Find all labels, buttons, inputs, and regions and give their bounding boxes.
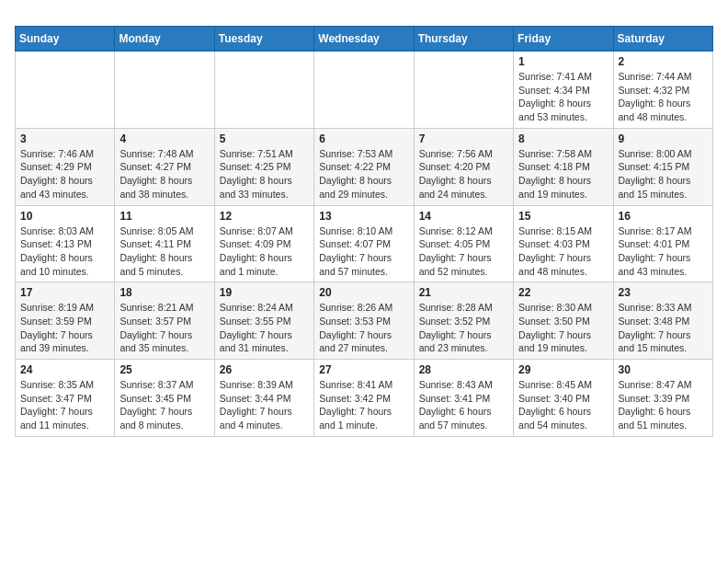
weekday-header-thursday: Thursday <box>414 27 513 52</box>
calendar-day-18: 18Sunrise: 8:21 AM Sunset: 3:57 PM Dayli… <box>115 282 214 360</box>
day-number: 3 <box>20 132 109 145</box>
day-info: Sunrise: 8:24 AM Sunset: 3:55 PM Dayligh… <box>220 301 309 355</box>
day-number: 25 <box>119 363 209 376</box>
calendar-header-row: SundayMondayTuesdayWednesdayThursdayFrid… <box>16 27 713 52</box>
calendar-week-5: 24Sunrise: 8:35 AM Sunset: 3:47 PM Dayli… <box>16 360 713 437</box>
day-info: Sunrise: 8:07 AM Sunset: 4:09 PM Dayligh… <box>220 224 309 279</box>
day-number: 17 <box>20 286 109 299</box>
day-number: 15 <box>518 210 608 223</box>
calendar-day-25: 25Sunrise: 8:37 AM Sunset: 3:45 PM Dayli… <box>115 360 214 437</box>
day-number: 21 <box>419 286 508 299</box>
day-info: Sunrise: 8:39 AM Sunset: 3:44 PM Dayligh… <box>220 378 309 432</box>
day-number: 28 <box>419 363 508 376</box>
day-info: Sunrise: 8:28 AM Sunset: 3:52 PM Dayligh… <box>419 301 508 355</box>
day-info: Sunrise: 7:44 AM Sunset: 4:32 PM Dayligh… <box>619 70 708 124</box>
day-info: Sunrise: 8:17 AM Sunset: 4:01 PM Dayligh… <box>619 224 708 279</box>
calendar-day-24: 24Sunrise: 8:35 AM Sunset: 3:47 PM Dayli… <box>16 360 115 437</box>
day-info: Sunrise: 8:47 AM Sunset: 3:39 PM Dayligh… <box>619 378 708 432</box>
calendar-empty-cell <box>16 52 115 129</box>
calendar-day-8: 8Sunrise: 7:58 AM Sunset: 4:18 PM Daylig… <box>514 128 613 205</box>
calendar-day-23: 23Sunrise: 8:33 AM Sunset: 3:48 PM Dayli… <box>613 282 712 360</box>
day-info: Sunrise: 8:10 AM Sunset: 4:07 PM Dayligh… <box>319 224 408 279</box>
calendar-empty-cell <box>115 52 214 129</box>
day-info: Sunrise: 8:41 AM Sunset: 3:42 PM Dayligh… <box>319 378 408 432</box>
calendar-day-28: 28Sunrise: 8:43 AM Sunset: 3:41 PM Dayli… <box>414 360 513 437</box>
weekday-header-saturday: Saturday <box>613 27 712 52</box>
day-number: 6 <box>319 132 408 145</box>
day-info: Sunrise: 8:19 AM Sunset: 3:59 PM Dayligh… <box>20 301 109 355</box>
day-info: Sunrise: 8:05 AM Sunset: 4:11 PM Dayligh… <box>119 224 209 279</box>
day-info: Sunrise: 7:41 AM Sunset: 4:34 PM Dayligh… <box>518 70 608 124</box>
calendar-day-30: 30Sunrise: 8:47 AM Sunset: 3:39 PM Dayli… <box>613 360 712 437</box>
calendar-day-13: 13Sunrise: 8:10 AM Sunset: 4:07 PM Dayli… <box>314 205 414 282</box>
day-number: 8 <box>518 132 608 145</box>
day-info: Sunrise: 8:35 AM Sunset: 3:47 PM Dayligh… <box>20 378 109 432</box>
calendar-week-3: 10Sunrise: 8:03 AM Sunset: 4:13 PM Dayli… <box>16 205 713 282</box>
day-number: 18 <box>119 286 209 299</box>
calendar-empty-cell <box>314 52 414 129</box>
day-number: 5 <box>220 132 309 145</box>
calendar-day-27: 27Sunrise: 8:41 AM Sunset: 3:42 PM Dayli… <box>314 360 414 437</box>
calendar-day-5: 5Sunrise: 7:51 AM Sunset: 4:25 PM Daylig… <box>214 128 313 205</box>
day-number: 11 <box>119 210 209 223</box>
calendar-week-4: 17Sunrise: 8:19 AM Sunset: 3:59 PM Dayli… <box>16 282 713 360</box>
calendar-table: SundayMondayTuesdayWednesdayThursdayFrid… <box>15 26 713 437</box>
calendar-day-22: 22Sunrise: 8:30 AM Sunset: 3:50 PM Dayli… <box>514 282 613 360</box>
day-info: Sunrise: 8:26 AM Sunset: 3:53 PM Dayligh… <box>319 301 408 355</box>
weekday-header-friday: Friday <box>514 27 613 52</box>
day-info: Sunrise: 8:03 AM Sunset: 4:13 PM Dayligh… <box>20 224 109 279</box>
calendar-day-20: 20Sunrise: 8:26 AM Sunset: 3:53 PM Dayli… <box>314 282 414 360</box>
day-info: Sunrise: 7:48 AM Sunset: 4:27 PM Dayligh… <box>119 147 209 201</box>
calendar-day-26: 26Sunrise: 8:39 AM Sunset: 3:44 PM Dayli… <box>214 360 313 437</box>
day-info: Sunrise: 8:00 AM Sunset: 4:15 PM Dayligh… <box>619 147 708 201</box>
calendar-day-3: 3Sunrise: 7:46 AM Sunset: 4:29 PM Daylig… <box>16 128 115 205</box>
day-number: 27 <box>319 363 408 376</box>
day-number: 24 <box>20 363 109 376</box>
day-number: 20 <box>319 286 408 299</box>
day-number: 4 <box>119 132 209 145</box>
day-info: Sunrise: 8:43 AM Sunset: 3:41 PM Dayligh… <box>419 378 508 432</box>
calendar-day-16: 16Sunrise: 8:17 AM Sunset: 4:01 PM Dayli… <box>613 205 712 282</box>
calendar-day-6: 6Sunrise: 7:53 AM Sunset: 4:22 PM Daylig… <box>314 128 414 205</box>
day-info: Sunrise: 7:53 AM Sunset: 4:22 PM Dayligh… <box>319 147 408 201</box>
day-info: Sunrise: 7:46 AM Sunset: 4:29 PM Dayligh… <box>20 147 109 201</box>
day-number: 14 <box>419 210 508 223</box>
weekday-header-sunday: Sunday <box>16 27 115 52</box>
weekday-header-wednesday: Wednesday <box>314 27 414 52</box>
day-number: 16 <box>619 210 708 223</box>
day-info: Sunrise: 7:51 AM Sunset: 4:25 PM Dayligh… <box>220 147 309 201</box>
day-number: 30 <box>619 363 708 376</box>
day-number: 1 <box>518 55 608 68</box>
day-number: 13 <box>319 210 408 223</box>
day-info: Sunrise: 8:37 AM Sunset: 3:45 PM Dayligh… <box>119 378 209 432</box>
calendar-day-9: 9Sunrise: 8:00 AM Sunset: 4:15 PM Daylig… <box>613 128 712 205</box>
calendar-day-10: 10Sunrise: 8:03 AM Sunset: 4:13 PM Dayli… <box>16 205 115 282</box>
day-info: Sunrise: 8:30 AM Sunset: 3:50 PM Dayligh… <box>518 301 608 355</box>
day-number: 26 <box>220 363 309 376</box>
calendar-day-2: 2Sunrise: 7:44 AM Sunset: 4:32 PM Daylig… <box>613 52 712 129</box>
calendar-day-21: 21Sunrise: 8:28 AM Sunset: 3:52 PM Dayli… <box>414 282 513 360</box>
day-number: 12 <box>220 210 309 223</box>
calendar-week-2: 3Sunrise: 7:46 AM Sunset: 4:29 PM Daylig… <box>16 128 713 205</box>
day-number: 9 <box>619 132 708 145</box>
calendar-day-11: 11Sunrise: 8:05 AM Sunset: 4:11 PM Dayli… <box>115 205 214 282</box>
calendar-week-1: 1Sunrise: 7:41 AM Sunset: 4:34 PM Daylig… <box>16 52 713 129</box>
calendar-empty-cell <box>214 52 313 129</box>
weekday-header-monday: Monday <box>115 27 214 52</box>
day-number: 22 <box>518 286 608 299</box>
calendar-day-19: 19Sunrise: 8:24 AM Sunset: 3:55 PM Dayli… <box>214 282 313 360</box>
day-info: Sunrise: 8:15 AM Sunset: 4:03 PM Dayligh… <box>518 224 608 279</box>
calendar-day-7: 7Sunrise: 7:56 AM Sunset: 4:20 PM Daylig… <box>414 128 513 205</box>
calendar-day-29: 29Sunrise: 8:45 AM Sunset: 3:40 PM Dayli… <box>514 360 613 437</box>
day-number: 7 <box>419 132 508 145</box>
day-number: 23 <box>619 286 708 299</box>
day-info: Sunrise: 7:56 AM Sunset: 4:20 PM Dayligh… <box>419 147 508 201</box>
calendar-day-17: 17Sunrise: 8:19 AM Sunset: 3:59 PM Dayli… <box>16 282 115 360</box>
day-info: Sunrise: 8:21 AM Sunset: 3:57 PM Dayligh… <box>119 301 209 355</box>
day-info: Sunrise: 8:45 AM Sunset: 3:40 PM Dayligh… <box>518 378 608 432</box>
day-number: 29 <box>518 363 608 376</box>
day-number: 19 <box>220 286 309 299</box>
day-number: 2 <box>619 55 708 68</box>
day-info: Sunrise: 7:58 AM Sunset: 4:18 PM Dayligh… <box>518 147 608 201</box>
calendar-day-12: 12Sunrise: 8:07 AM Sunset: 4:09 PM Dayli… <box>214 205 313 282</box>
